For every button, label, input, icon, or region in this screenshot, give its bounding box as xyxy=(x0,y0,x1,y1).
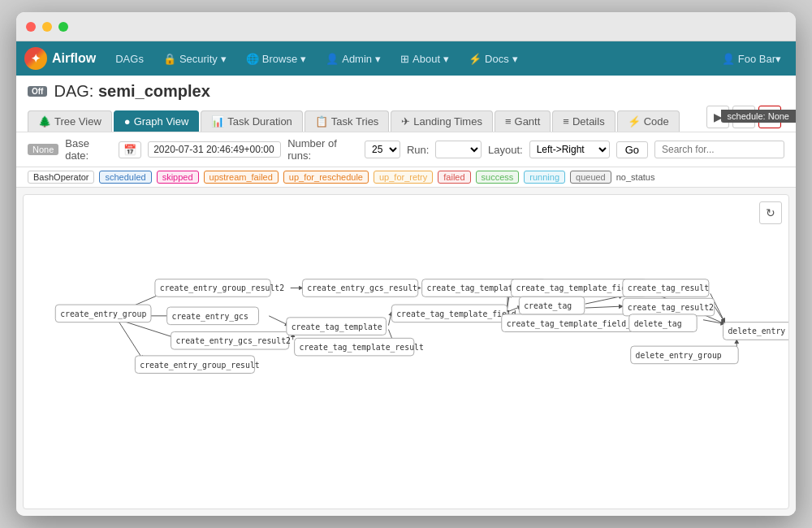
go-button[interactable]: Go xyxy=(616,141,648,158)
brand[interactable]: ✦ Airflow xyxy=(24,47,96,70)
chart-icon: 📊 xyxy=(211,115,224,128)
globe-icon: 🌐 xyxy=(246,53,259,65)
dag-graph: create_entry_group create_entry_group_re… xyxy=(24,195,788,509)
node-create-tag-template[interactable]: create_tag_template xyxy=(287,318,387,335)
circle-icon: ● xyxy=(124,115,131,128)
title-bar xyxy=(16,12,796,41)
none-badge: None xyxy=(28,144,58,155)
node-create-entry-group-result2[interactable]: create_entry_group_result2 xyxy=(155,279,284,297)
tab-graph-view[interactable]: ● Graph View xyxy=(114,110,200,132)
tab-task-duration[interactable]: 📊 Task Duration xyxy=(201,110,302,132)
status-running: running xyxy=(524,171,565,184)
tab-tree-view[interactable]: 🌲 Tree View xyxy=(28,110,112,132)
svg-line-21 xyxy=(703,320,724,324)
clipboard-icon: 📋 xyxy=(315,115,328,128)
node-delete-entry-group[interactable]: delete_entry_group xyxy=(631,346,738,364)
plane-icon: ✈ xyxy=(401,115,410,128)
close-button[interactable] xyxy=(26,22,36,32)
nav-security[interactable]: 🔒 Security▾ xyxy=(155,50,235,68)
app-window: ✦ Airflow DAGs 🔒 Security▾ 🌐 Browse▾ 👤 A… xyxy=(16,12,796,516)
user-icon-nav: 👤 xyxy=(722,53,735,65)
status-success: success xyxy=(476,171,520,184)
operator-badge: BashOperator xyxy=(28,171,94,184)
nav-dags[interactable]: DAGs xyxy=(107,50,152,68)
svg-text:create_tag_template: create_tag_template xyxy=(292,322,382,332)
date-input[interactable] xyxy=(148,141,281,158)
node-create-entry-gcs-result2[interactable]: create_entry_gcs_result2 xyxy=(171,331,292,349)
svg-text:delete_tag: delete_tag xyxy=(634,319,682,329)
nav-browse[interactable]: 🌐 Browse▾ xyxy=(238,50,314,68)
status-queued: queued xyxy=(570,171,611,184)
status-skipped: skipped xyxy=(157,171,199,184)
maximize-button[interactable] xyxy=(58,22,68,32)
graph-refresh-button[interactable]: ↻ xyxy=(759,201,782,224)
dag-status-badge[interactable]: Off xyxy=(28,86,47,97)
nav-docs[interactable]: ⚡ Docs▾ xyxy=(460,50,526,68)
tab-details[interactable]: ≡ Details xyxy=(552,110,615,132)
tree-icon: 🌲 xyxy=(38,115,51,128)
user-icon: 👤 xyxy=(326,53,339,65)
node-create-entry-group-result[interactable]: create_entry_group_result xyxy=(135,356,259,374)
runs-label: Number of runs: xyxy=(287,137,358,162)
details-icon: ≡ xyxy=(563,115,569,128)
status-up-for-reschedule: up_for_reschedule xyxy=(283,171,369,184)
svg-text:create_entry_gcs: create_entry_gcs xyxy=(172,312,248,322)
search-input[interactable] xyxy=(654,141,784,158)
runs-select[interactable]: 25 5 10 50 xyxy=(365,141,400,158)
svg-text:create_entry_group: create_entry_group xyxy=(60,309,146,319)
node-create-tag-result[interactable]: create_tag_result xyxy=(623,279,709,297)
toolbar: None Base date: 📅 Number of runs: 25 5 1… xyxy=(16,132,796,167)
schedule-badge: schedule: None xyxy=(721,110,796,123)
dag-header: Off DAG: semi_complex 🌲 Tree View ● Grap… xyxy=(16,76,796,132)
status-up-for-retry: up_for_retry xyxy=(374,171,433,184)
node-create-entry-gcs[interactable]: create_entry_gcs xyxy=(167,307,259,325)
run-label: Run: xyxy=(407,144,429,156)
svg-line-5 xyxy=(269,316,289,326)
nav-about[interactable]: ⊞ About▾ xyxy=(392,50,457,68)
grid-icon: ⊞ xyxy=(400,53,409,65)
navbar: ✦ Airflow DAGs 🔒 Security▾ 🌐 Browse▾ 👤 A… xyxy=(16,41,796,76)
node-create-entry-group[interactable]: create_entry_group xyxy=(55,305,151,322)
brand-label: Airflow xyxy=(52,51,96,66)
svg-text:create_tag_template_result: create_tag_template_result xyxy=(300,343,424,353)
run-select[interactable] xyxy=(435,141,482,158)
svg-line-8 xyxy=(388,312,391,326)
tab-gantt[interactable]: ≡ Gantt xyxy=(495,110,551,132)
svg-text:create_entry_group_result: create_entry_group_result xyxy=(140,361,259,370)
svg-text:create_tag_result2: create_tag_result2 xyxy=(628,303,714,313)
tab-landing-times[interactable]: ✈ Landing Times xyxy=(391,110,493,132)
layout-label: Layout: xyxy=(488,144,523,156)
main-content: schedule: None Off DAG: semi_complex 🌲 T… xyxy=(16,76,796,516)
minimize-button[interactable] xyxy=(42,22,52,32)
lock-icon: 🔒 xyxy=(163,53,176,65)
node-create-tag-template-result[interactable]: create_tag_template_result xyxy=(295,338,424,356)
node-create-tag-result2[interactable]: create_tag_result2 xyxy=(623,298,715,316)
tab-task-tries[interactable]: 📋 Task Tries xyxy=(304,110,390,132)
layout-select[interactable]: Left->Right Top->Bottom xyxy=(529,141,610,158)
svg-text:create_tag_template_field: create_tag_template_field xyxy=(396,309,516,319)
svg-line-3 xyxy=(119,322,143,360)
svg-line-18 xyxy=(585,306,623,308)
status-upstream-failed: upstream_failed xyxy=(204,171,279,184)
tab-bar: 🌲 Tree View ● Graph View 📊 Task Duration… xyxy=(28,110,680,132)
tab-code[interactable]: ⚡ Code xyxy=(617,110,680,132)
status-failed: failed xyxy=(438,171,470,184)
svg-text:delete_entry: delete_entry xyxy=(728,327,785,336)
node-create-tag-template-field[interactable]: create_tag_template_field xyxy=(391,305,516,322)
node-delete-tag[interactable]: delete_tag xyxy=(629,314,697,332)
nav-admin[interactable]: 👤 Admin▾ xyxy=(317,50,389,68)
node-delete-entry[interactable]: delete_entry xyxy=(723,322,788,340)
gantt-icon: ≡ xyxy=(505,115,512,128)
status-scheduled: scheduled xyxy=(99,171,151,184)
graph-area: ↻ xyxy=(23,194,789,509)
calendar-icon[interactable]: 📅 xyxy=(119,141,141,158)
node-create-tag[interactable]: create_tag xyxy=(519,296,584,314)
node-create-entry-gcs-result[interactable]: create_entry_gcs_result xyxy=(302,279,417,297)
svg-text:create_entry_group_result2: create_entry_group_result2 xyxy=(160,283,284,293)
dag-title: DAG: semi_complex xyxy=(54,82,209,101)
status-bar: BashOperator scheduled skipped upstream_… xyxy=(16,167,796,188)
svg-text:create_entry_gcs_result: create_entry_gcs_result xyxy=(307,283,417,293)
status-no-status: no_status xyxy=(616,172,655,182)
user-menu[interactable]: 👤 Foo Bar▾ xyxy=(715,50,788,68)
svg-text:create_tag: create_tag xyxy=(524,301,572,311)
